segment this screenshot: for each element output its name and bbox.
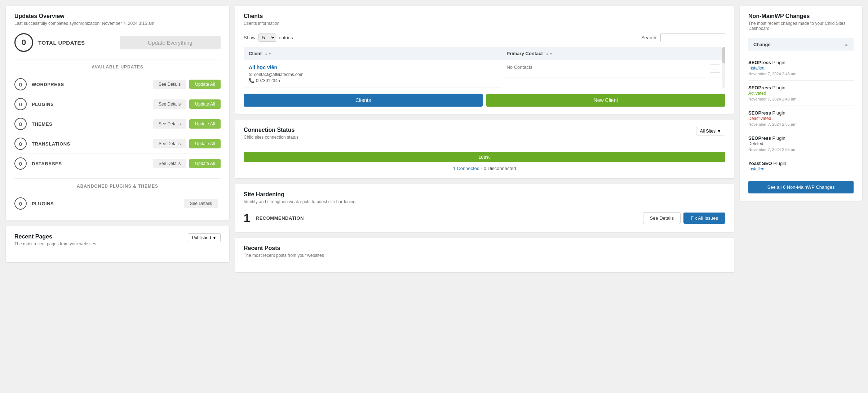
update-everything-button[interactable]: Update Everything: [120, 36, 221, 49]
update-type-label: WORDPRESS: [32, 82, 153, 87]
search-label: Search:: [641, 35, 657, 40]
fix-all-issues-button[interactable]: Fix All Issues: [683, 213, 725, 224]
change-plugin-name: SEOPress: [748, 135, 771, 141]
see-details-button[interactable]: See Details: [153, 119, 186, 129]
see-details-button[interactable]: See Details: [153, 139, 186, 148]
abandoned-plugins-label: PLUGINS: [32, 201, 184, 206]
change-status: Installed: [748, 166, 765, 171]
published-button[interactable]: Published ▼: [188, 233, 221, 242]
update-all-button[interactable]: Update All: [189, 99, 221, 109]
change-plugin-type: Plugin: [772, 135, 785, 141]
hardening-row: 1 RECOMMENDATION See Details Fix All Iss…: [244, 211, 725, 225]
change-plugin-type: Plugin: [772, 85, 785, 90]
recent-pages-header: Recent Pages The most recent pages from …: [14, 233, 221, 254]
update-type-label: DATABASES: [32, 161, 153, 166]
hardening-see-details-button[interactable]: See Details: [643, 212, 681, 224]
client-search-input[interactable]: [660, 33, 725, 42]
update-count: 0: [14, 118, 27, 130]
progress-bar-container: 100%: [244, 152, 725, 162]
connection-status-subtitle: Child sites connection status: [244, 135, 298, 140]
recent-posts-subtitle: The most recent posts from your websites: [244, 253, 725, 258]
phone-icon: 📞: [249, 78, 254, 83]
update-type-label: PLUGINS: [32, 102, 153, 107]
connected-label: Connected: [457, 166, 479, 171]
scrollbar-thumb: [722, 47, 725, 63]
update-all-button[interactable]: Update All: [189, 139, 221, 148]
chevron-down-icon: ▼: [212, 235, 217, 240]
update-count: 0: [14, 78, 27, 90]
recent-pages-title-group: Recent Pages The most recent pages from …: [14, 233, 96, 254]
clients-actions: Clients New Client: [244, 94, 725, 107]
connected-link[interactable]: 1 Connected: [453, 166, 481, 171]
primary-contact-col-header[interactable]: Primary Contact ▲▼: [501, 47, 725, 60]
connection-status-title: Connection Status: [244, 127, 298, 133]
update-all-button[interactable]: Update All: [189, 159, 221, 168]
hardening-count: 1: [244, 211, 250, 225]
connection-status-header: Connection Status Child sites connection…: [244, 127, 725, 147]
change-status: Deleted: [748, 141, 763, 146]
disconnected-label: Disconnected: [488, 166, 516, 171]
published-label: Published: [192, 235, 211, 240]
clients-table-wrapper: Client ▲▼ Primary Contact ▲▼ All học: [244, 47, 725, 88]
recent-pages-title: Recent Pages: [14, 233, 96, 240]
entries-label: entries: [279, 35, 293, 40]
sort-icon: ▲▼: [265, 52, 272, 56]
abandoned-plugins-row: 0 PLUGINS See Details: [14, 194, 221, 213]
change-table-head: Change ▲: [748, 38, 854, 51]
primary-contact-col-label: Primary Contact: [506, 51, 542, 56]
non-mainwp-title: Non-MainWP Changes: [748, 13, 854, 19]
change-table: Change ▲: [748, 38, 854, 51]
new-client-button[interactable]: New Client: [486, 94, 725, 107]
change-plugin-name: Yoast SEO: [748, 161, 772, 166]
see-details-button[interactable]: See Details: [153, 159, 186, 168]
total-updates-left: 0 TOTAL UPDATES: [14, 33, 85, 52]
update-count: 0: [14, 157, 27, 170]
show-label: Show: [244, 35, 256, 40]
progress-bar-fill: 100%: [244, 152, 725, 162]
change-status: Activated: [748, 91, 766, 96]
total-updates-label: TOTAL UPDATES: [38, 40, 85, 46]
update-rows-container: 0 WORDPRESS See Details Update All 0 PLU…: [14, 75, 221, 173]
abandoned-see-details-button[interactable]: See Details: [184, 199, 218, 208]
update-all-button[interactable]: Update All: [189, 119, 221, 129]
client-col-header[interactable]: Client ▲▼: [244, 47, 501, 60]
change-timestamp: November 7, 2024 2:48 am: [748, 72, 854, 76]
clients-button[interactable]: Clients: [244, 94, 483, 107]
chevron-down-icon-2: ▼: [717, 129, 721, 134]
client-email: contact@affiliatecms.com: [254, 72, 304, 77]
update-row: 0 DATABASES See Details Update All: [14, 154, 221, 173]
see-details-button[interactable]: See Details: [153, 99, 186, 109]
change-item: SEOPress Plugin Deactivated November 7, …: [748, 106, 854, 131]
update-count: 0: [14, 98, 27, 110]
vertical-scrollbar[interactable]: [722, 47, 725, 88]
clients-table-head: Client ▲▼ Primary Contact ▲▼: [244, 47, 725, 60]
search-group: Search:: [641, 33, 725, 42]
non-mainwp-subtitle: The most recent changes made to your Chi…: [748, 21, 854, 31]
client-name-link[interactable]: All học viên: [249, 64, 277, 70]
site-hardening-title: Site Hardening: [244, 191, 725, 198]
client-cell: All học viên ✉contact@affiliatecms.com 📞…: [244, 60, 501, 88]
see-details-button[interactable]: See Details: [153, 80, 186, 89]
connection-stats: 1 Connected - 0 Disconnected: [244, 166, 725, 171]
connection-status-title-group: Connection Status Child sites connection…: [244, 127, 298, 147]
clients-card: Clients Clients information Show 5 10 25…: [235, 6, 734, 114]
see-all-changes-button[interactable]: See all 6 Non-MainWP Changes: [748, 181, 854, 193]
entries-select[interactable]: 5 10 25: [258, 34, 276, 42]
available-updates-label: AVAILABLE UPDATES: [14, 64, 221, 70]
disconnected-link[interactable]: 0 Disconnected: [484, 166, 516, 171]
sort-icon-2: ▲▼: [546, 52, 553, 56]
update-all-button[interactable]: Update All: [189, 80, 221, 89]
abandoned-section: 0 PLUGINS See Details: [14, 194, 221, 213]
change-plugin-name: SEOPress: [748, 60, 771, 65]
update-type-label: THEMES: [32, 121, 153, 127]
no-contacts: No Contacts: [506, 64, 532, 70]
clients-subtitle: Clients information: [244, 21, 725, 26]
recent-posts-card: Recent Posts The most recent posts from …: [235, 238, 734, 272]
all-sites-label: All Sites: [700, 129, 716, 134]
more-button[interactable]: ···: [710, 64, 720, 73]
change-col-header[interactable]: Change ▲: [748, 38, 854, 51]
all-sites-button[interactable]: All Sites ▼: [696, 127, 725, 135]
show-entries-group: Show 5 10 25 entries: [244, 34, 293, 42]
non-mainwp-card: Non-MainWP Changes The most recent chang…: [740, 6, 862, 201]
update-count: 0: [14, 138, 27, 150]
